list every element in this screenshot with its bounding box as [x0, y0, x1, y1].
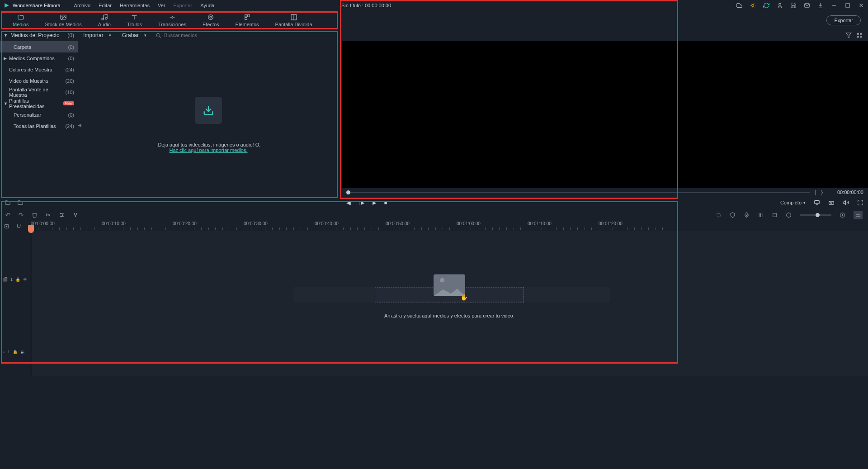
undo-icon[interactable]: ↶	[5, 212, 10, 218]
split-icon[interactable]: ✂	[46, 212, 51, 218]
menu-exportar[interactable]: Exportar	[174, 3, 193, 8]
tab-icon	[169, 14, 176, 21]
volume-icon[interactable]	[843, 199, 849, 206]
sidebar-item-medios-compartidos[interactable]: ▶Medios Compartidos(0)	[0, 52, 78, 64]
svg-point-38	[717, 213, 721, 217]
sidebar-item-personalizar[interactable]: Personalizar(0)	[0, 109, 78, 120]
chevron-down-icon: ▾	[144, 33, 146, 38]
snapshot-icon[interactable]	[828, 199, 835, 206]
title-bar: Wondershare Filmora Archivo Editar Herra…	[0, 0, 868, 11]
import-drop-icon[interactable]	[195, 97, 222, 124]
ruler-tick: 00:00:20:00	[173, 221, 197, 226]
sidebar-item-pantalla-verde-de-muestra[interactable]: Pantalla Verde de Muestra(10)	[0, 86, 78, 98]
preview-canvas[interactable]	[342, 41, 868, 188]
minimize-icon[interactable]	[831, 2, 837, 9]
grid-view-icon[interactable]	[856, 32, 863, 38]
preview-seek-track[interactable]	[346, 192, 810, 193]
tab-títulos[interactable]: Títulos	[119, 11, 150, 29]
chevron-icon: ▶	[4, 56, 9, 61]
menu-archivo[interactable]: Archivo	[74, 3, 91, 8]
user-icon[interactable]	[777, 2, 783, 9]
chevron-down-icon: ▾	[803, 200, 806, 205]
zoom-slider[interactable]	[800, 214, 831, 216]
maximize-icon[interactable]	[844, 2, 851, 9]
menu-herramientas[interactable]: Herramientas	[120, 3, 150, 8]
prev-frame-icon[interactable]: ◀|	[346, 200, 351, 206]
tab-stock-de-medios[interactable]: Stock de Medios	[37, 11, 90, 29]
lock-icon[interactable]: 🔒	[13, 350, 18, 354]
mic-icon[interactable]	[744, 212, 750, 218]
tab-audio[interactable]: Audio	[90, 11, 119, 29]
collapse-sidebar-icon[interactable]: ◀	[78, 123, 81, 128]
import-dropdown[interactable]: Importar ▾	[78, 32, 117, 38]
audio-track-head[interactable]: ♪ 1 🔒 🔈	[0, 327, 31, 376]
filter-icon[interactable]	[845, 32, 852, 38]
delete-icon[interactable]	[32, 212, 38, 218]
import-link[interactable]: Haz clic aquí para importar medios.	[169, 147, 247, 153]
ruler-tick: 00:00:40:00	[315, 221, 339, 226]
menu-editar[interactable]: Editar	[99, 3, 112, 8]
menu-ver[interactable]: Ver	[158, 3, 165, 8]
record-dropdown[interactable]: Grabar ▾	[117, 32, 152, 38]
svg-rect-43	[773, 213, 777, 217]
timeline-tracks[interactable]: ✋ Arrastra y suelta aquí medios y efecto…	[31, 231, 868, 376]
sun-icon[interactable]	[750, 2, 756, 9]
shield-icon[interactable]	[730, 212, 736, 218]
mark-out-icon[interactable]: }	[821, 189, 823, 195]
zoom-in-icon[interactable]	[840, 212, 845, 218]
sidebar-item-todas-las-plantillas[interactable]: Todas las Plantillas(24)	[0, 120, 78, 132]
fullscreen-icon[interactable]	[857, 199, 863, 206]
timeline-ruler[interactable]: 00:00:00:0000:00:10:0000:00:20:0000:00:3…	[31, 221, 868, 231]
magnet-icon[interactable]	[16, 223, 22, 229]
audio-icon[interactable]	[73, 212, 79, 218]
crop-icon[interactable]	[772, 212, 778, 218]
tab-efectos[interactable]: Efectos	[194, 11, 227, 29]
new-folder-icon[interactable]	[5, 199, 11, 206]
monitor-icon[interactable]	[814, 199, 820, 206]
sidebar-item-plantillas-preestablecidas[interactable]: ▼Plantillas PreestablecidasNew	[0, 98, 78, 109]
tab-pantalla-dividida[interactable]: Pantalla Dividida	[267, 11, 321, 29]
tab-medios[interactable]: Medios	[5, 11, 37, 29]
sub-toolbar: ▼ Medios del Proyecto (0) Importar ▾ Gra…	[0, 29, 868, 41]
quality-dropdown[interactable]: Completo ▾	[780, 200, 806, 205]
mute-icon[interactable]: 🔈	[20, 350, 25, 354]
mail-icon[interactable]	[804, 2, 810, 9]
ruler-tick: 00:01:20:00	[599, 221, 623, 226]
playhead[interactable]	[31, 221, 31, 376]
mixer-icon[interactable]	[758, 212, 764, 218]
sidebar-item-video-de-muestra[interactable]: Video de Muestra(20)	[0, 75, 78, 86]
menu-ayuda[interactable]: Ayuda	[200, 3, 214, 8]
sidebar-item-colores-de-muestra[interactable]: Colores de Muestra(24)	[0, 64, 78, 75]
project-media-header[interactable]: ▼ Medios del Proyecto (0)	[0, 32, 78, 38]
play-icon[interactable]: ▶	[373, 200, 376, 206]
lock-icon[interactable]: 🔒	[15, 277, 20, 282]
redo-icon[interactable]: ↷	[19, 212, 24, 218]
svg-rect-39	[746, 213, 747, 216]
video-track-head[interactable]: 🎬 1 🔒 👁	[0, 231, 31, 327]
folder-icon[interactable]	[17, 199, 24, 206]
svg-point-37	[61, 216, 61, 217]
close-icon[interactable]	[858, 2, 864, 9]
next-frame-icon[interactable]: |▶	[359, 200, 364, 206]
render-icon[interactable]	[716, 212, 722, 218]
svg-point-1	[752, 5, 754, 7]
export-button[interactable]: Exportar	[826, 15, 861, 25]
stop-icon[interactable]: ■	[384, 200, 387, 205]
ruler-tick: 00:00:00:00	[31, 221, 55, 226]
zoom-fit-icon[interactable]: ▭	[854, 211, 863, 219]
tabs-row: MediosStock de MediosAudioTítulosTransic…	[0, 11, 868, 29]
eye-icon[interactable]: 👁	[23, 277, 27, 282]
add-track-icon[interactable]	[4, 223, 9, 229]
search-input[interactable]	[164, 33, 836, 38]
mark-in-icon[interactable]: {	[815, 189, 816, 195]
cloud-icon[interactable]	[736, 2, 742, 9]
save-icon[interactable]	[790, 2, 797, 9]
tab-elementos[interactable]: Elementos	[227, 11, 267, 29]
adjust-icon[interactable]	[59, 212, 65, 218]
media-grid[interactable]: ◀ ¡Deja aquí tus videoclips, imágenes o …	[78, 41, 339, 208]
zoom-out-icon[interactable]	[786, 212, 792, 218]
download-icon[interactable]	[817, 2, 824, 9]
tab-transiciones[interactable]: Transiciones	[150, 11, 194, 29]
sidebar-item-carpeta[interactable]: Carpeta(0)	[0, 41, 78, 52]
refresh-icon[interactable]	[763, 2, 769, 9]
